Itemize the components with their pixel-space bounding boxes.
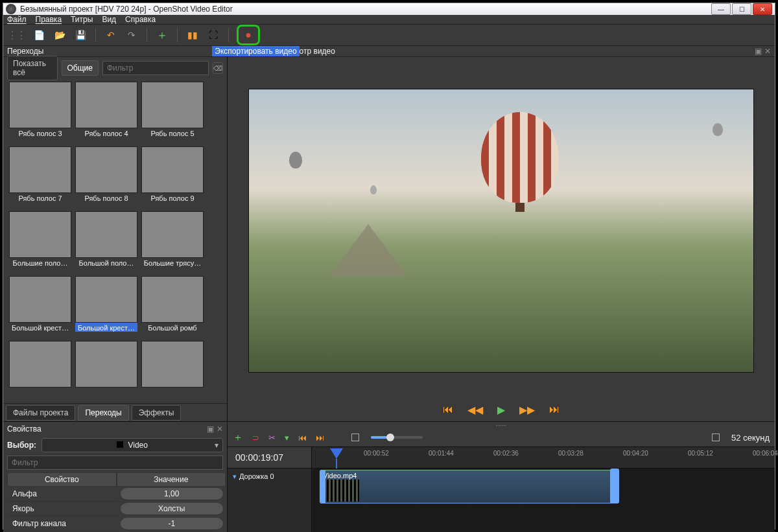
balloon-graphic (481, 112, 559, 203)
transition-thumb-label: Большой ромб (141, 323, 204, 332)
tab-effects[interactable]: Эффекты (132, 405, 182, 421)
ruler-tick: 00:02:36 (493, 450, 519, 457)
transition-thumb[interactable]: Рябь полос 4 (75, 82, 138, 144)
transitions-panel-title: Переходы (7, 47, 43, 56)
save-project-button[interactable]: 💾 (73, 28, 88, 42)
transition-thumb-image (141, 276, 204, 323)
transition-thumb-label (141, 387, 204, 389)
menu-edit[interactable]: Правка (36, 15, 62, 24)
transition-thumb-image (9, 146, 71, 193)
property-row[interactable]: Фильтр канала-1 (7, 516, 226, 531)
snap-button[interactable]: ⊃ (252, 433, 259, 443)
track-label[interactable]: Дорожка 0 (228, 468, 312, 532)
clear-filter-button[interactable]: ⌫ (213, 62, 223, 74)
property-value[interactable]: -1 (121, 518, 224, 530)
transition-thumb[interactable]: Рябь полос 7 (8, 146, 72, 209)
transition-thumb[interactable]: Большой крест… (75, 276, 138, 338)
marker-button[interactable]: ▾ (285, 433, 289, 443)
transition-thumb-label: Рябь полос 7 (9, 193, 71, 202)
transition-thumb[interactable]: Большой поло… (75, 211, 138, 273)
property-value[interactable]: 1,00 (121, 488, 224, 500)
menu-help[interactable]: Справка (125, 15, 156, 24)
tab-project-files[interactable]: Файлы проекта (6, 405, 75, 421)
jump-end-button[interactable]: ⏭ (549, 404, 560, 415)
prev-marker-button[interactable]: ⏮ (298, 433, 307, 443)
export-video-button[interactable]: ● (241, 28, 255, 42)
new-project-button[interactable]: 📄 (32, 28, 46, 42)
close-panel-icon[interactable]: ✕ (764, 47, 771, 56)
menu-view[interactable]: Вид (102, 15, 116, 24)
property-value[interactable]: Холсты (121, 503, 224, 515)
transition-thumb[interactable]: Рябь полос 8 (75, 146, 138, 209)
transition-thumb-image (9, 276, 71, 323)
clip-handle-left[interactable] (320, 470, 325, 503)
open-project-button[interactable]: 📂 (53, 28, 67, 42)
transition-thumb[interactable]: Большой ромб (141, 276, 204, 338)
fullscreen-button[interactable]: ⛶ (206, 28, 220, 42)
track-content[interactable]: Video.mp4 (312, 468, 775, 532)
transition-thumb-image (9, 211, 71, 258)
profile-button[interactable]: ▮▮ (185, 28, 200, 42)
bottom-tabs: Файлы проекта Переходы Эффекты (3, 403, 227, 421)
zoom-slider[interactable] (371, 436, 423, 439)
detach-props-icon[interactable]: ▣ (207, 424, 214, 434)
transition-thumb-image (75, 341, 137, 387)
transitions-grid[interactable]: Рябь полос 3Рябь полос 4Рябь полос 5Рябь… (3, 79, 227, 403)
close-props-icon[interactable]: ✕ (217, 424, 223, 434)
timeline-ruler[interactable]: 00:00:19:07 00:00:5200:01:4400:02:3600:0… (228, 446, 775, 468)
property-row[interactable]: Альфа1,00 (7, 487, 226, 502)
clip-name-label: Video.mp4 (323, 472, 357, 480)
minimize-button[interactable]: — (711, 3, 731, 15)
redo-button[interactable]: ↷ (124, 28, 139, 42)
playhead[interactable] (330, 448, 343, 459)
transition-thumb[interactable] (141, 341, 204, 403)
play-button[interactable]: ▶ (497, 404, 505, 416)
app-icon (6, 4, 16, 14)
common-tab[interactable]: Общие (62, 60, 99, 76)
transition-thumb-label (75, 387, 137, 389)
transition-thumb-label: Большие поло… (9, 258, 71, 267)
razor-button[interactable]: ✂ (268, 433, 276, 443)
detach-icon[interactable]: ▣ (755, 47, 762, 56)
transition-thumb[interactable] (75, 341, 138, 403)
grip-icon: ⋮⋮ (7, 29, 25, 41)
transition-thumb-image (141, 341, 204, 387)
transition-thumb[interactable]: Большой крест… (8, 276, 72, 338)
preview-title-suffix: отр видео (300, 47, 335, 56)
transition-thumb-image (141, 82, 204, 128)
preview-panel: ⏮ ◀◀ ▶ ▶▶ ⏭ (228, 57, 775, 421)
properties-filter-input[interactable] (7, 456, 223, 470)
menu-file[interactable]: Файл (7, 15, 27, 24)
timeline-panel: ······ ＋ ⊃ ✂ ▾ ⏮ ⏭ 52 секунд 00:00:19:07… (228, 421, 775, 532)
props-col-value[interactable]: Значение (117, 472, 226, 487)
transition-thumb[interactable]: Большие поло… (8, 211, 72, 273)
import-button[interactable]: ＋ (155, 28, 169, 42)
transition-thumb-label: Большие трясу… (141, 258, 204, 267)
clip-marker[interactable] (610, 468, 619, 503)
transition-thumb[interactable] (8, 341, 72, 403)
props-col-property[interactable]: Свойство (7, 472, 117, 487)
video-preview[interactable] (248, 89, 754, 373)
rewind-button[interactable]: ◀◀ (467, 404, 483, 416)
transition-thumb[interactable]: Рябь полос 5 (141, 82, 204, 144)
transitions-filter-input[interactable] (102, 61, 209, 75)
titlebar: Безымянный проект [HDV 720 24p] - OpenSh… (3, 3, 775, 15)
main-toolbar: ⋮⋮ 📄 📂 💾 ↶ ↷ ＋ ▮▮ ⛶ ● (3, 25, 775, 46)
transition-thumb[interactable]: Рябь полос 3 (8, 82, 72, 144)
undo-button[interactable]: ↶ (104, 28, 118, 42)
timeline-clip[interactable]: Video.mp4 (320, 470, 618, 503)
add-track-button[interactable]: ＋ (233, 431, 243, 445)
property-row[interactable]: ЯкорьХолсты (7, 502, 226, 516)
playback-controls: ⏮ ◀◀ ▶ ▶▶ ⏭ (228, 398, 775, 421)
close-button[interactable]: ✕ (753, 3, 772, 15)
jump-start-button[interactable]: ⏮ (443, 404, 453, 415)
next-marker-button[interactable]: ⏭ (316, 433, 324, 443)
transition-thumb[interactable]: Большие трясу… (141, 211, 204, 273)
tab-transitions[interactable]: Переходы (78, 405, 128, 421)
forward-button[interactable]: ▶▶ (519, 404, 535, 416)
show-all-tab[interactable]: Показать всё (7, 56, 58, 80)
clip-select-dropdown[interactable]: Video (41, 438, 223, 452)
transition-thumb[interactable]: Рябь полос 9 (141, 146, 204, 209)
menu-titles[interactable]: Титры (71, 15, 93, 24)
maximize-button[interactable]: ☐ (732, 3, 751, 15)
